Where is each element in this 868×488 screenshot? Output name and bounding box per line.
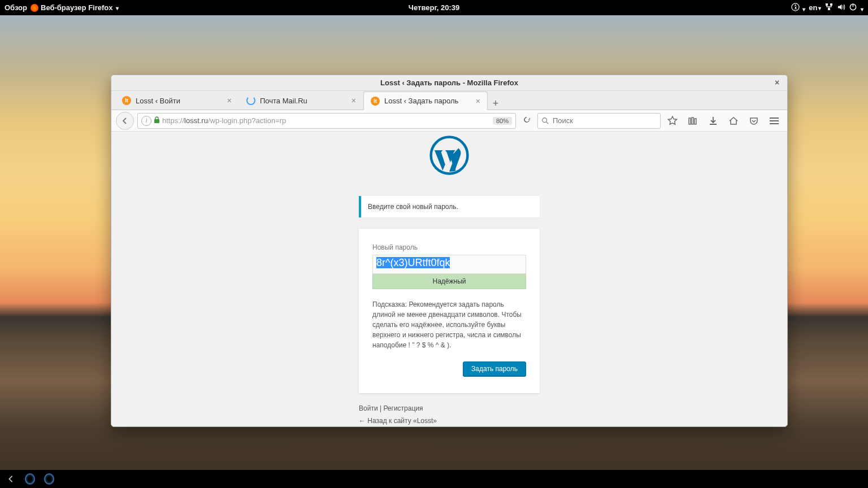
svg-rect-7: [154, 119, 159, 123]
back-button[interactable]: [116, 112, 134, 130]
tab-close-button[interactable]: ×: [476, 97, 480, 106]
site-info-icon[interactable]: i: [141, 116, 151, 126]
tab-bar: lt Losst ‹ Войти × Почта Mail.Ru × lt Lo…: [111, 91, 787, 110]
favicon-icon: lt: [122, 96, 131, 105]
svg-point-1: [795, 5, 796, 6]
svg-rect-9: [689, 118, 691, 124]
clock[interactable]: Четверг, 20:39: [409, 3, 459, 12]
pocket-icon[interactable]: [745, 112, 762, 129]
window-titlebar: Losst ‹ Задать пароль - Mozilla Firefox …: [111, 75, 787, 91]
browser-tab[interactable]: lt Losst ‹ Задать пароль ×: [363, 91, 488, 110]
svg-rect-4: [828, 8, 830, 10]
password-hint: Подсказка: Рекомендуется задать пароль д…: [372, 299, 526, 350]
tab-close-button[interactable]: ×: [227, 96, 232, 105]
browser-tab[interactable]: lt Losst ‹ Войти ×: [115, 91, 239, 110]
svg-rect-10: [692, 117, 693, 124]
svg-rect-3: [830, 3, 832, 6]
new-tab-button[interactable]: +: [488, 98, 504, 110]
firefox-icon: [31, 4, 38, 12]
tab-title: Losst ‹ Войти: [136, 97, 223, 105]
svg-point-8: [542, 117, 547, 122]
gnome-top-bar: Обзор Веб-браузер Firefox Четверг, 20:39…: [0, 0, 868, 15]
tab-title: Почта Mail.Ru: [260, 97, 347, 105]
browser-tab[interactable]: Почта Mail.Ru ×: [239, 91, 363, 110]
auth-links: Войти | Регистрация: [359, 404, 540, 412]
menu-button[interactable]: [766, 112, 783, 129]
bottom-panel: [0, 470, 868, 488]
app-launcher-1[interactable]: [25, 474, 35, 484]
window-close-button[interactable]: ×: [775, 79, 783, 86]
login-link[interactable]: Войти: [359, 404, 378, 412]
tab-close-button[interactable]: ×: [351, 96, 356, 105]
search-input[interactable]: [553, 116, 657, 125]
panel-back-button[interactable]: [6, 474, 16, 484]
favicon-icon: lt: [371, 97, 380, 106]
password-label: Новый пароль: [372, 243, 526, 251]
bookmark-star-icon[interactable]: [664, 112, 681, 129]
svg-rect-2: [826, 3, 828, 6]
home-icon[interactable]: [725, 112, 742, 129]
url-text: https://losst.ru/wp-login.php?action=rp: [162, 116, 491, 125]
svg-rect-11: [695, 119, 696, 124]
firefox-window: Losst ‹ Задать пароль - Mozilla Firefox …: [111, 75, 788, 427]
zoom-indicator[interactable]: 80%: [493, 117, 512, 125]
message-box: Введите свой новый пароль.: [359, 196, 540, 217]
set-password-button[interactable]: Задать пароль: [463, 361, 526, 376]
activities-button[interactable]: Обзор: [5, 3, 27, 12]
svg-rect-6: [853, 3, 854, 7]
input-language[interactable]: en: [809, 3, 821, 12]
reload-button[interactable]: [519, 115, 534, 126]
downloads-icon[interactable]: [705, 112, 722, 129]
search-box[interactable]: [537, 113, 661, 129]
password-form: Новый пароль 8r^(x3)URtft0fqk Надёжный П…: [359, 229, 540, 393]
lock-icon: [154, 116, 160, 125]
volume-icon[interactable]: [837, 3, 845, 13]
register-link[interactable]: Регистрация: [383, 404, 423, 412]
tab-title: Losst ‹ Задать пароль: [384, 97, 471, 105]
loading-spinner-icon: [246, 96, 255, 105]
page-content: Введите свой новый пароль. Новый пароль …: [111, 132, 787, 426]
back-to-site-link[interactable]: ← Назад к сайту «Losst»: [359, 417, 437, 425]
password-strength: Надёжный: [372, 274, 526, 289]
navigation-toolbar: i https://losst.ru/wp-login.php?action=r…: [111, 110, 787, 132]
accessibility-icon[interactable]: [791, 3, 806, 13]
window-title: Losst ‹ Задать пароль - Mozilla Firefox: [380, 79, 518, 87]
url-bar[interactable]: i https://losst.ru/wp-login.php?action=r…: [137, 113, 516, 129]
search-icon: [541, 117, 549, 125]
library-icon[interactable]: [684, 112, 701, 129]
power-icon[interactable]: [849, 3, 863, 13]
app-menu[interactable]: Веб-браузер Firefox: [31, 3, 119, 12]
password-input[interactable]: 8r^(x3)URtft0fqk: [372, 255, 526, 274]
app-launcher-2[interactable]: [44, 474, 54, 484]
network-icon[interactable]: [824, 2, 834, 13]
wordpress-logo-icon[interactable]: [426, 132, 473, 179]
